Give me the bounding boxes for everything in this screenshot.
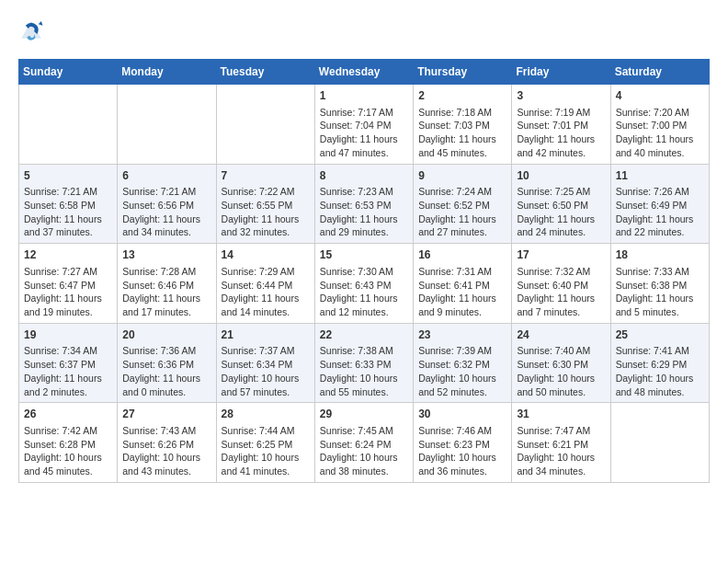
day-number: 31 [517,407,605,422]
day-cell-27: 27Sunrise: 7:43 AM Sunset: 6:26 PM Dayli… [118,403,216,483]
empty-cell [118,85,216,165]
day-cell-20: 20Sunrise: 7:36 AM Sunset: 6:36 PM Dayli… [118,323,216,403]
calendar-table: SundayMondayTuesdayWednesdayThursdayFrid… [18,59,710,483]
day-number: 22 [320,327,408,343]
day-info: Sunrise: 7:19 AM Sunset: 7:01 PM Dayligh… [517,106,605,160]
day-cell-2: 2Sunrise: 7:18 AM Sunset: 7:03 PM Daylig… [414,85,512,165]
day-cell-31: 31Sunrise: 7:47 AM Sunset: 6:21 PM Dayli… [512,403,610,483]
day-cell-23: 23Sunrise: 7:39 AM Sunset: 6:32 PM Dayli… [414,323,512,403]
day-number: 2 [418,88,506,104]
day-cell-3: 3Sunrise: 7:19 AM Sunset: 7:01 PM Daylig… [512,85,610,165]
day-cell-16: 16Sunrise: 7:31 AM Sunset: 6:41 PM Dayli… [414,244,512,324]
day-info: Sunrise: 7:23 AM Sunset: 6:53 PM Dayligh… [320,185,408,239]
day-number: 11 [616,168,704,184]
day-number: 15 [320,247,408,263]
day-number: 4 [616,88,704,104]
weekday-header-row: SundayMondayTuesdayWednesdayThursdayFrid… [19,60,710,85]
day-info: Sunrise: 7:28 AM Sunset: 6:46 PM Dayligh… [122,265,210,319]
day-info: Sunrise: 7:22 AM Sunset: 6:55 PM Dayligh… [222,185,310,239]
day-info: Sunrise: 7:20 AM Sunset: 7:00 PM Dayligh… [616,106,704,160]
day-info: Sunrise: 7:40 AM Sunset: 6:30 PM Dayligh… [517,344,605,398]
day-cell-22: 22Sunrise: 7:38 AM Sunset: 6:33 PM Dayli… [314,323,413,403]
day-cell-26: 26Sunrise: 7:42 AM Sunset: 6:28 PM Dayli… [19,403,118,483]
day-cell-19: 19Sunrise: 7:34 AM Sunset: 6:37 PM Dayli… [19,323,118,403]
day-info: Sunrise: 7:27 AM Sunset: 6:47 PM Dayligh… [24,265,112,319]
day-info: Sunrise: 7:47 AM Sunset: 6:21 PM Dayligh… [517,424,605,478]
day-cell-6: 6Sunrise: 7:21 AM Sunset: 6:56 PM Daylig… [118,164,216,244]
day-info: Sunrise: 7:17 AM Sunset: 7:04 PM Dayligh… [320,106,408,160]
weekday-header-saturday: Saturday [610,60,709,85]
day-cell-25: 25Sunrise: 7:41 AM Sunset: 6:29 PM Dayli… [610,323,709,403]
day-cell-30: 30Sunrise: 7:46 AM Sunset: 6:23 PM Dayli… [414,403,512,483]
day-number: 9 [418,168,506,184]
empty-cell [610,403,709,483]
weekday-header-friday: Friday [512,60,610,85]
day-number: 14 [222,247,310,263]
day-number: 5 [24,168,112,184]
day-info: Sunrise: 7:29 AM Sunset: 6:44 PM Dayligh… [222,265,310,319]
empty-cell [19,85,118,165]
day-info: Sunrise: 7:37 AM Sunset: 6:34 PM Dayligh… [222,344,310,398]
day-number: 8 [320,168,408,184]
day-cell-5: 5Sunrise: 7:21 AM Sunset: 6:58 PM Daylig… [19,164,118,244]
day-number: 19 [24,327,112,343]
day-info: Sunrise: 7:36 AM Sunset: 6:36 PM Dayligh… [122,344,210,398]
day-cell-24: 24Sunrise: 7:40 AM Sunset: 6:30 PM Dayli… [512,323,610,403]
weekday-header-wednesday: Wednesday [314,60,413,85]
day-info: Sunrise: 7:41 AM Sunset: 6:29 PM Dayligh… [616,344,704,398]
day-info: Sunrise: 7:45 AM Sunset: 6:24 PM Dayligh… [320,424,408,478]
week-row-3: 12Sunrise: 7:27 AM Sunset: 6:47 PM Dayli… [19,244,710,324]
week-row-4: 19Sunrise: 7:34 AM Sunset: 6:37 PM Dayli… [19,323,710,403]
day-number: 3 [517,88,605,104]
week-row-2: 5Sunrise: 7:21 AM Sunset: 6:58 PM Daylig… [19,164,710,244]
day-info: Sunrise: 7:34 AM Sunset: 6:37 PM Dayligh… [24,344,112,398]
day-number: 20 [122,327,210,343]
day-info: Sunrise: 7:18 AM Sunset: 7:03 PM Dayligh… [418,106,506,160]
day-number: 17 [517,247,605,263]
weekday-header-tuesday: Tuesday [216,60,314,85]
day-info: Sunrise: 7:30 AM Sunset: 6:43 PM Dayligh… [320,265,408,319]
day-cell-13: 13Sunrise: 7:28 AM Sunset: 6:46 PM Dayli… [118,244,216,324]
day-info: Sunrise: 7:46 AM Sunset: 6:23 PM Dayligh… [418,424,506,478]
empty-cell [216,85,314,165]
day-number: 1 [320,88,408,104]
day-number: 16 [418,247,506,263]
day-cell-14: 14Sunrise: 7:29 AM Sunset: 6:44 PM Dayli… [216,244,314,324]
day-cell-17: 17Sunrise: 7:32 AM Sunset: 6:40 PM Dayli… [512,244,610,324]
day-number: 12 [24,247,112,263]
weekday-header-sunday: Sunday [19,60,118,85]
day-info: Sunrise: 7:42 AM Sunset: 6:28 PM Dayligh… [24,424,112,478]
day-info: Sunrise: 7:32 AM Sunset: 6:40 PM Dayligh… [517,265,605,319]
day-cell-29: 29Sunrise: 7:45 AM Sunset: 6:24 PM Dayli… [314,403,413,483]
week-row-5: 26Sunrise: 7:42 AM Sunset: 6:28 PM Dayli… [19,403,710,483]
day-cell-4: 4Sunrise: 7:20 AM Sunset: 7:00 PM Daylig… [610,85,709,165]
day-number: 30 [418,407,506,422]
weekday-header-monday: Monday [118,60,216,85]
day-info: Sunrise: 7:31 AM Sunset: 6:41 PM Dayligh… [418,265,506,319]
day-number: 26 [24,407,112,422]
day-number: 6 [122,168,210,184]
day-cell-9: 9Sunrise: 7:24 AM Sunset: 6:52 PM Daylig… [414,164,512,244]
day-info: Sunrise: 7:26 AM Sunset: 6:49 PM Dayligh… [616,185,704,239]
day-cell-28: 28Sunrise: 7:44 AM Sunset: 6:25 PM Dayli… [216,403,314,483]
day-info: Sunrise: 7:33 AM Sunset: 6:38 PM Dayligh… [616,265,704,319]
day-info: Sunrise: 7:25 AM Sunset: 6:50 PM Dayligh… [517,185,605,239]
day-number: 27 [122,407,210,422]
day-cell-7: 7Sunrise: 7:22 AM Sunset: 6:55 PM Daylig… [216,164,314,244]
page-header [18,18,710,44]
day-cell-10: 10Sunrise: 7:25 AM Sunset: 6:50 PM Dayli… [512,164,610,244]
day-cell-8: 8Sunrise: 7:23 AM Sunset: 6:53 PM Daylig… [314,164,413,244]
day-cell-18: 18Sunrise: 7:33 AM Sunset: 6:38 PM Dayli… [610,244,709,324]
day-number: 7 [222,168,310,184]
day-number: 21 [222,327,310,343]
week-row-1: 1Sunrise: 7:17 AM Sunset: 7:04 PM Daylig… [19,85,710,165]
day-info: Sunrise: 7:21 AM Sunset: 6:58 PM Dayligh… [24,185,112,239]
day-cell-1: 1Sunrise: 7:17 AM Sunset: 7:04 PM Daylig… [314,85,413,165]
day-number: 24 [517,327,605,343]
day-number: 13 [122,247,210,263]
day-number: 29 [320,407,408,422]
day-info: Sunrise: 7:21 AM Sunset: 6:56 PM Dayligh… [122,185,210,239]
logo-icon [18,18,44,44]
day-cell-12: 12Sunrise: 7:27 AM Sunset: 6:47 PM Dayli… [19,244,118,324]
day-cell-15: 15Sunrise: 7:30 AM Sunset: 6:43 PM Dayli… [314,244,413,324]
